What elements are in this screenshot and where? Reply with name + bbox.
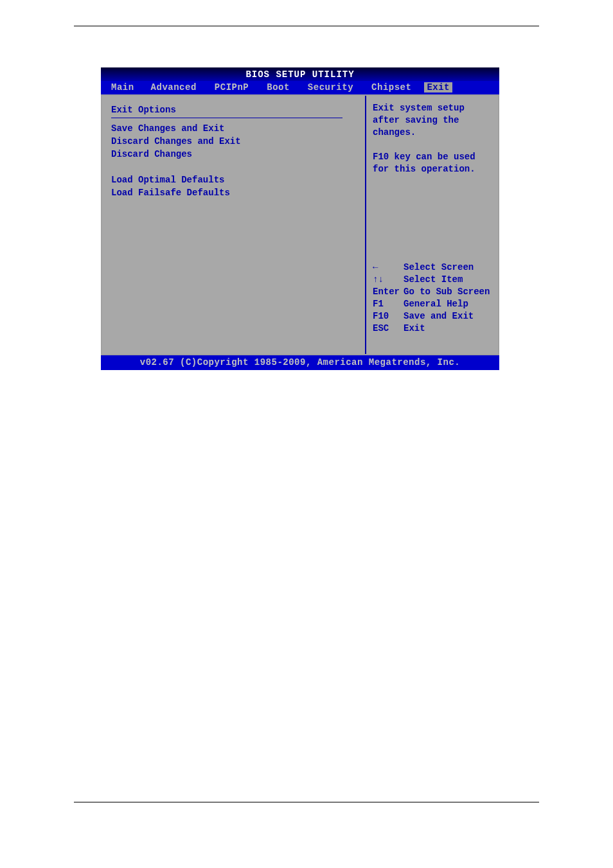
nav-key-f1: F1 bbox=[373, 298, 404, 310]
nav-key-updown-arrow-icon: ↑↓ bbox=[373, 274, 404, 286]
page-header-rule bbox=[74, 26, 539, 26]
help-nav: ← Select Screen ↑↓ Select Item Enter Go … bbox=[373, 261, 493, 335]
tab-main[interactable]: Main bbox=[107, 82, 142, 93]
bios-title: BIOS SETUP UTILITY bbox=[101, 67, 499, 81]
nav-label: Go to Sub Screen bbox=[404, 286, 490, 298]
menu-load-failsafe-defaults[interactable]: Load Failsafe Defaults bbox=[111, 186, 356, 199]
nav-label: Select Item bbox=[404, 274, 463, 286]
nav-select-item: ↑↓ Select Item bbox=[373, 274, 493, 286]
menu-load-optimal-defaults[interactable]: Load Optimal Defaults bbox=[111, 173, 356, 186]
nav-exit: ESC Exit bbox=[373, 323, 493, 335]
nav-label: Exit bbox=[404, 323, 425, 335]
bios-window: BIOS SETUP UTILITY Main Advanced PCIPnP … bbox=[101, 67, 499, 366]
nav-save-exit: F10 Save and Exit bbox=[373, 310, 493, 323]
tab-security[interactable]: Security bbox=[299, 82, 362, 93]
section-title: Exit Options bbox=[111, 103, 356, 116]
nav-key-left-arrow-icon: ← bbox=[373, 261, 404, 274]
nav-label: General Help bbox=[404, 298, 468, 310]
bios-body: Exit Options Save Changes and Exit Disca… bbox=[101, 96, 499, 354]
help-text: Exit system setup after saving the chang… bbox=[373, 102, 493, 175]
help-line: changes. bbox=[373, 127, 493, 139]
help-line: Exit system setup bbox=[373, 102, 493, 114]
menu-discard-changes[interactable]: Discard Changes bbox=[111, 148, 356, 161]
nav-general-help: F1 General Help bbox=[373, 298, 493, 310]
bios-tabs: Main Advanced PCIPnP Boot Security Chips… bbox=[101, 81, 499, 96]
menu-discard-changes-exit[interactable]: Discard Changes and Exit bbox=[111, 135, 356, 148]
nav-key-enter: Enter bbox=[373, 286, 404, 298]
page-footer-rule bbox=[74, 802, 539, 802]
help-line: for this operation. bbox=[373, 163, 493, 175]
section-rule bbox=[111, 118, 342, 118]
nav-key-f10: F10 bbox=[373, 310, 404, 323]
help-line: F10 key can be used bbox=[373, 151, 493, 163]
help-line: after saving the bbox=[373, 114, 493, 127]
nav-label: Select Screen bbox=[404, 261, 474, 274]
help-gap bbox=[373, 139, 493, 151]
tab-chipset[interactable]: Chipset bbox=[362, 82, 420, 93]
nav-sub-screen: Enter Go to Sub Screen bbox=[373, 286, 493, 298]
nav-label: Save and Exit bbox=[404, 310, 474, 323]
tab-boot[interactable]: Boot bbox=[258, 82, 299, 93]
tab-exit[interactable]: Exit bbox=[424, 82, 452, 93]
bios-right-panel: Exit system setup after saving the chang… bbox=[365, 96, 498, 354]
menu-gap bbox=[111, 161, 356, 173]
nav-key-esc: ESC bbox=[373, 323, 404, 335]
tab-pcipnp[interactable]: PCIPnP bbox=[206, 82, 258, 93]
tab-advanced[interactable]: Advanced bbox=[142, 82, 206, 93]
nav-select-screen: ← Select Screen bbox=[373, 261, 493, 274]
menu-save-changes-exit[interactable]: Save Changes and Exit bbox=[111, 122, 356, 135]
bios-footer: v02.67 (C)Copyright 1985-2009, American … bbox=[101, 354, 499, 370]
bios-left-panel: Exit Options Save Changes and Exit Disca… bbox=[102, 96, 365, 354]
